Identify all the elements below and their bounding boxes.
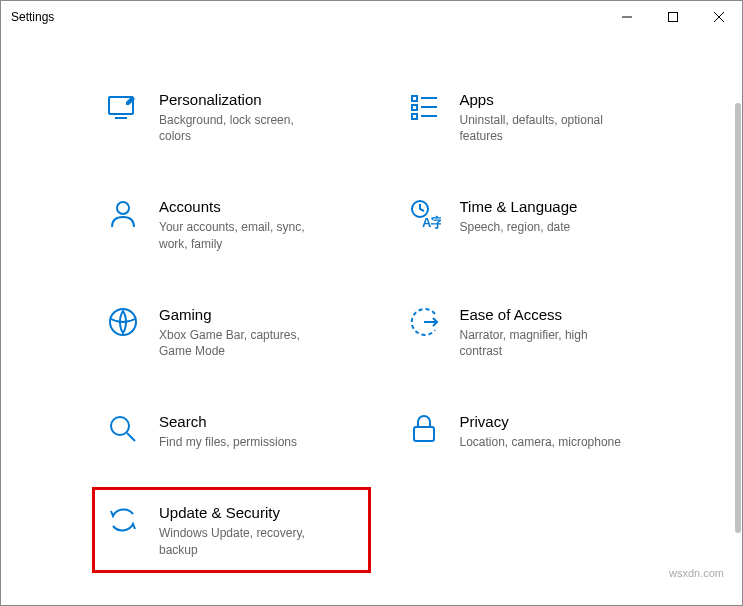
- scrollbar[interactable]: [727, 33, 741, 604]
- tile-title: Apps: [460, 91, 630, 108]
- window-title: Settings: [11, 10, 54, 24]
- apps-icon: [406, 89, 442, 125]
- tile-desc: Find my files, permissions: [159, 434, 297, 450]
- tile-title: Update & Security: [159, 504, 329, 521]
- svg-rect-10: [412, 114, 417, 119]
- tile-desc: Speech, region, date: [460, 219, 578, 235]
- settings-grid: Personalization Background, lock screen,…: [1, 33, 742, 604]
- svg-rect-8: [412, 105, 417, 110]
- tile-title: Personalization: [159, 91, 329, 108]
- accounts-icon: [105, 196, 141, 232]
- tile-apps[interactable]: Apps Uninstall, defaults, optional featu…: [402, 83, 663, 150]
- svg-rect-6: [412, 96, 417, 101]
- tile-gaming[interactable]: Gaming Xbox Game Bar, captures, Game Mod…: [101, 298, 362, 365]
- svg-line-17: [127, 433, 135, 441]
- tile-desc: Xbox Game Bar, captures, Game Mode: [159, 327, 329, 359]
- tile-title: Privacy: [460, 413, 621, 430]
- tile-time-language[interactable]: A字 Time & Language Speech, region, date: [402, 190, 663, 257]
- minimize-button[interactable]: [604, 1, 650, 33]
- tile-title: Ease of Access: [460, 306, 630, 323]
- svg-point-16: [111, 417, 129, 435]
- svg-rect-18: [414, 427, 434, 441]
- personalization-icon: [105, 89, 141, 125]
- search-icon: [105, 411, 141, 447]
- tile-desc: Location, camera, microphone: [460, 434, 621, 450]
- maximize-button[interactable]: [650, 1, 696, 33]
- tile-title: Accounts: [159, 198, 329, 215]
- watermark: wsxdn.com: [669, 567, 724, 579]
- ease-of-access-icon: [406, 304, 442, 340]
- tile-desc: Background, lock screen, colors: [159, 112, 329, 144]
- window-controls: [604, 1, 742, 33]
- tile-desc: Windows Update, recovery, backup: [159, 525, 329, 557]
- close-button[interactable]: [696, 1, 742, 33]
- tile-desc: Your accounts, email, sync, work, family: [159, 219, 329, 251]
- tile-desc: Uninstall, defaults, optional features: [460, 112, 630, 144]
- svg-rect-1: [669, 13, 678, 22]
- privacy-icon: [406, 411, 442, 447]
- tile-title: Time & Language: [460, 198, 578, 215]
- scroll-thumb[interactable]: [735, 103, 741, 533]
- tile-update-security[interactable]: Update & Security Windows Update, recove…: [101, 496, 362, 563]
- tile-title: Gaming: [159, 306, 329, 323]
- tile-desc: Narrator, magnifier, high contrast: [460, 327, 630, 359]
- titlebar: Settings: [1, 1, 742, 33]
- time-language-icon: A字: [406, 196, 442, 232]
- tile-privacy[interactable]: Privacy Location, camera, microphone: [402, 405, 663, 456]
- tile-accounts[interactable]: Accounts Your accounts, email, sync, wor…: [101, 190, 362, 257]
- gaming-icon: [105, 304, 141, 340]
- tile-search[interactable]: Search Find my files, permissions: [101, 405, 362, 456]
- tile-ease-of-access[interactable]: Ease of Access Narrator, magnifier, high…: [402, 298, 663, 365]
- svg-text:A字: A字: [422, 215, 441, 230]
- tile-personalization[interactable]: Personalization Background, lock screen,…: [101, 83, 362, 150]
- svg-point-12: [117, 202, 129, 214]
- tile-title: Search: [159, 413, 297, 430]
- update-security-icon: [105, 502, 141, 538]
